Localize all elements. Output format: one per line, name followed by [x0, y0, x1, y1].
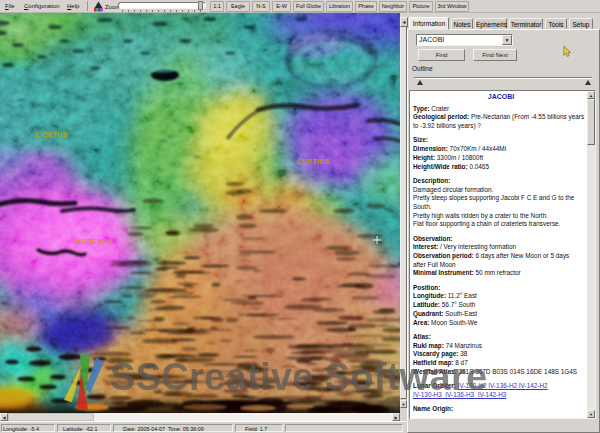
svg-text:CURTIUS: CURTIUS	[297, 158, 330, 165]
svg-text:LICETUS: LICETUS	[36, 131, 68, 138]
svg-text:MORETUS: MORETUS	[75, 238, 112, 245]
